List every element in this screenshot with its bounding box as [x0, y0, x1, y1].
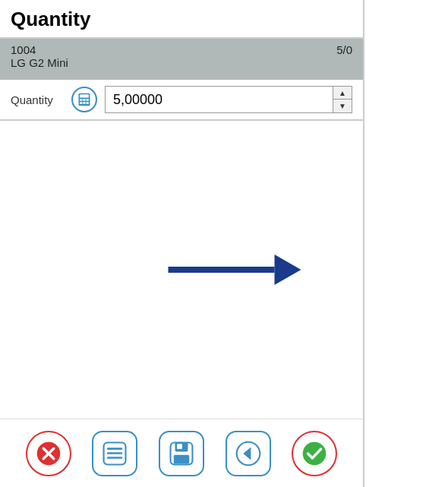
svg-rect-7 — [87, 102, 89, 104]
bottom-toolbar — [0, 419, 363, 487]
calculator-button[interactable] — [71, 87, 97, 112]
svg-rect-18 — [174, 454, 189, 463]
cancel-icon — [36, 441, 62, 466]
svg-rect-1 — [80, 94, 89, 97]
product-info-row: 1004 LG G2 Mini 5/0 — [0, 39, 363, 80]
svg-rect-2 — [80, 99, 82, 101]
list-button[interactable] — [92, 431, 137, 476]
save-icon — [169, 441, 194, 466]
product-name: LG G2 Mini — [11, 56, 68, 69]
svg-rect-17 — [177, 444, 182, 449]
back-icon — [235, 441, 261, 466]
cancel-button[interactable] — [26, 431, 71, 476]
product-info-left: 1004 LG G2 Mini — [11, 43, 68, 69]
product-code: 1004 — [11, 43, 68, 56]
confirm-icon — [301, 441, 327, 466]
confirm-button[interactable] — [292, 431, 337, 476]
svg-rect-3 — [83, 99, 85, 101]
quantity-label: Quantity — [11, 93, 64, 106]
quantity-input[interactable] — [106, 87, 333, 112]
svg-marker-20 — [243, 447, 251, 460]
arrow-indicator — [169, 255, 301, 285]
product-status: 5/0 — [336, 43, 352, 56]
page-title: Quantity — [11, 8, 90, 30]
arrow-line — [169, 267, 275, 273]
spin-buttons: ▲ ▼ — [333, 87, 352, 112]
svg-point-21 — [303, 441, 327, 465]
quantity-row: Quantity ▲ ▼ — [0, 80, 363, 121]
spin-up-button[interactable]: ▲ — [333, 87, 352, 100]
svg-rect-5 — [80, 102, 82, 104]
svg-rect-6 — [83, 102, 85, 104]
save-button[interactable] — [159, 431, 204, 476]
arrow-head — [275, 255, 301, 285]
calculator-icon — [77, 92, 92, 107]
spin-down-button[interactable]: ▼ — [333, 100, 352, 112]
header: Quantity — [0, 0, 363, 39]
list-icon — [102, 441, 128, 466]
svg-rect-12 — [107, 447, 122, 450]
main-panel: Quantity 1004 LG G2 Mini 5/0 Quantity — [0, 0, 364, 487]
content-area — [0, 121, 363, 419]
quantity-input-wrap: ▲ ▼ — [105, 86, 352, 113]
svg-rect-13 — [107, 452, 122, 454]
svg-rect-14 — [107, 457, 122, 459]
back-button[interactable] — [226, 431, 271, 476]
svg-rect-4 — [87, 99, 89, 101]
